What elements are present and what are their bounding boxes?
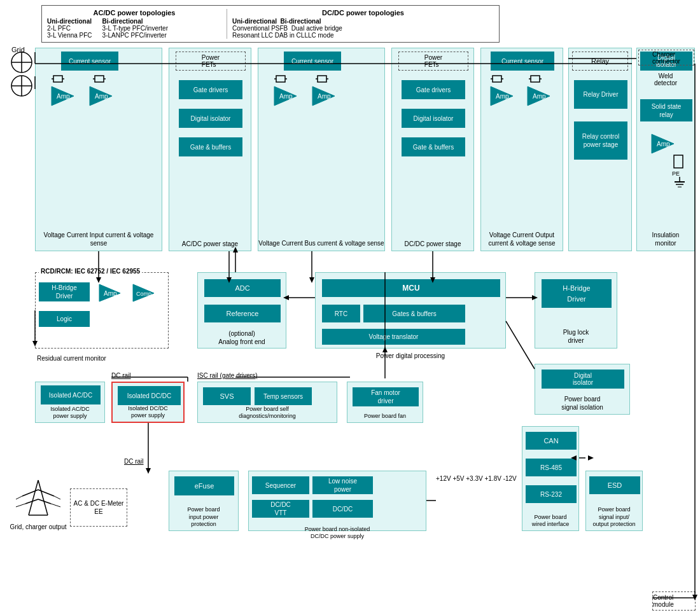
dcdc-power-stage-label: DC/DC power stage xyxy=(392,240,473,247)
power-board-signal-io-label: Power boardsignal input/output protectio… xyxy=(586,506,642,529)
gate-drivers-2: Gate drivers xyxy=(402,80,465,99)
relay-driver-box: Relay Driver xyxy=(574,80,627,109)
efuse-box: eFuse xyxy=(174,476,234,495)
resistor-1 xyxy=(52,73,64,85)
grid-symbol xyxy=(9,50,34,75)
voltage-translator-box: Voltage translator xyxy=(322,329,465,345)
hbridge-driver-1: H-BridgeDriver xyxy=(39,282,90,301)
amp-2-right: Amp xyxy=(309,83,341,109)
dc-rail-label-1: DC rail xyxy=(111,372,131,379)
amp-rcd: Amp xyxy=(96,282,125,305)
bi-item-2: 3-LANPC PFC/inverter xyxy=(102,32,167,39)
efuse-section: eFuse Power boardinput powerprotection xyxy=(169,471,239,531)
svg-text:Amp: Amp xyxy=(533,93,546,100)
esd-box: ESD xyxy=(589,476,640,494)
power-signal-iso-section: Digitalisolator Power boardsignal isolat… xyxy=(535,364,630,415)
acdc-section: Current sensor Amp Amp Voltage Current I… xyxy=(35,48,162,251)
rs232-box: RS-232 xyxy=(526,485,577,503)
svs-box: SVS xyxy=(203,387,251,405)
output-current-section: Current sensor Amp Amp Voltage Current O… xyxy=(480,48,563,251)
uni-item-1: 2-L PFC xyxy=(47,25,71,32)
weld-detector-label: Welddetector xyxy=(637,73,694,86)
power-tower-icon xyxy=(16,477,60,522)
svg-text:Amp: Amp xyxy=(104,290,117,297)
bi-item-1: 3-L T-type PFC/inverter xyxy=(102,25,168,32)
rtc-box: RTC xyxy=(322,305,360,322)
svg-text:Amp: Amp xyxy=(279,93,293,100)
diagnostics-section: SVS Temp sensors Power board selfdiagnos… xyxy=(197,382,337,423)
reference-box: Reference xyxy=(204,305,281,322)
amp-1-left: Amp xyxy=(48,83,80,109)
hbridge-driver-2: H-BridgeDriver xyxy=(542,279,612,308)
svg-line-78 xyxy=(506,321,535,369)
solid-state-relay-box: Solid staterelay xyxy=(640,99,692,121)
svg-rect-38 xyxy=(674,155,683,168)
comp-rcd: Comp xyxy=(130,282,158,305)
ac-dc-emeter-box: AC & DC E-Meter EE xyxy=(70,488,127,527)
voltage-current-2-label: Voltage Current Bus current & voltage se… xyxy=(258,239,384,247)
power-board-wired-label: Power boardwired interface xyxy=(522,514,578,529)
can-box: CAN xyxy=(526,432,577,450)
resistor-4 xyxy=(316,73,328,85)
adc-box: ADC xyxy=(204,279,281,297)
svg-rect-33 xyxy=(531,76,540,82)
power-fets-1: PowerFETs xyxy=(176,52,246,71)
isolated-acdc-box: Isolated AC/DC xyxy=(41,385,101,404)
dc-item-2: Resonant LLC DAB in CLLLC mode xyxy=(232,32,334,39)
power-digital-label: Power digital processing xyxy=(316,352,505,359)
current-sensor-1: Current sensor xyxy=(61,52,118,71)
amp-1-right: Amp xyxy=(87,83,118,109)
dc-uni-label: Uni-directional xyxy=(232,18,277,25)
dc-bi-label: Bi-directional xyxy=(281,18,321,25)
voltage-current-1-label: Voltage Current Input current & voltage … xyxy=(36,231,162,247)
svg-line-47 xyxy=(29,480,38,515)
topology-header: AC/DC power topologies Uni-directional 2… xyxy=(41,5,500,43)
analog-front-end-label: (optional)Analog front end xyxy=(198,329,286,346)
svg-rect-30 xyxy=(493,76,501,82)
isc-rail-label: ISC rail (gate drivers) xyxy=(197,372,257,379)
rs485-box: RS-485 xyxy=(526,459,577,476)
digital-isolator-2: Digital isolator xyxy=(402,109,465,128)
svg-marker-91 xyxy=(588,455,594,460)
resistor-3 xyxy=(274,73,287,85)
relay-control-box: Relay control power stage xyxy=(574,121,627,160)
dc-item-1: Conventional PSFB Dual active bridge xyxy=(232,25,342,32)
wired-interface-section: CAN RS-485 RS-232 Power boardwired inter… xyxy=(522,426,579,531)
amp-right: Amp xyxy=(648,131,680,156)
svg-text:Amp: Amp xyxy=(57,93,70,100)
ac-dc-header: AC/DC power topologies xyxy=(47,9,221,17)
mcu-section: MCU RTC Gates & buffers Voltage translat… xyxy=(315,272,506,349)
svg-text:Amp: Amp xyxy=(318,93,331,100)
power-board-input-label: Power boardinput powerprotection xyxy=(169,506,238,529)
control-module-box: Control module xyxy=(652,591,696,611)
amp-2-left: Amp xyxy=(271,83,303,109)
gates-buffers-box: Gates & buffers xyxy=(363,305,465,322)
dcdc-vtt-box: DC/DCVTT xyxy=(252,500,309,518)
temp-sensors-box: Temp sensors xyxy=(255,387,312,405)
relay-box: Relay xyxy=(572,52,628,71)
low-noise-power-box: Low noisepower xyxy=(312,476,373,494)
mcu-box: MCU xyxy=(322,279,500,297)
power-board-signal-iso-label: Power boardsignal isolation xyxy=(535,395,629,411)
uni-label: Uni-directional xyxy=(47,18,92,25)
power-fets-2: PowerFETs xyxy=(398,52,468,71)
power-board-fan-label: Power board fan xyxy=(347,413,423,420)
svg-rect-10 xyxy=(53,76,62,82)
insulation-monitor-label: Insulationmonitor xyxy=(637,231,694,247)
gate-drivers-1: Gate drivers xyxy=(179,80,242,99)
relay-section: Relay Relay Driver Relay control power s… xyxy=(568,48,632,251)
bi-label: Bi-directional xyxy=(102,18,143,25)
gate-buffers-2: Gate & buffers xyxy=(402,137,465,156)
plug-lock-label: Plug lockdriver xyxy=(535,328,617,345)
dcdc-current-section: Current sensor Amp Amp Voltage Current B… xyxy=(258,48,385,251)
dcdc-2-box: DC/DC xyxy=(312,500,373,518)
svg-line-51 xyxy=(38,490,54,496)
adc-reference-section: ADC Reference (optional)Analog front end xyxy=(197,272,286,349)
fan-motor-box: Fan motordriver xyxy=(353,387,419,406)
isolated-dcdc-box: Isolated DC/DC xyxy=(118,386,181,405)
svg-text:Amp: Amp xyxy=(95,93,108,100)
resistor-6 xyxy=(529,73,542,85)
digital-isolator-1: Digital isolator xyxy=(179,109,242,128)
svg-marker-71 xyxy=(309,277,314,283)
ground-symbol xyxy=(672,177,688,190)
